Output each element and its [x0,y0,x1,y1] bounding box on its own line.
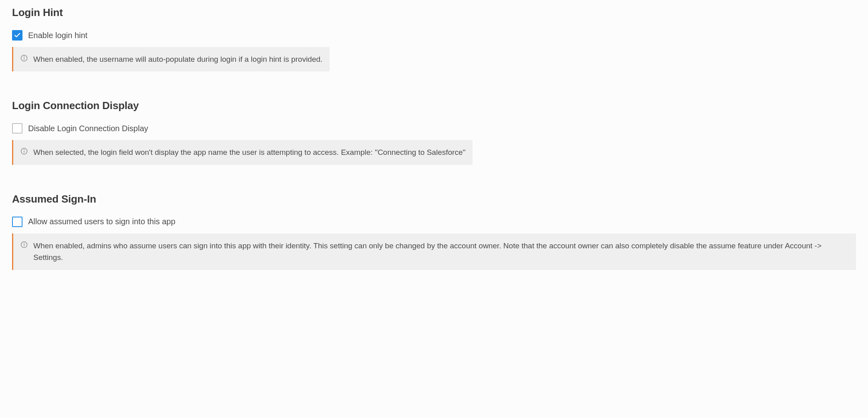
section-login-connection-display: Login Connection Display Disable Login C… [12,99,856,164]
section-title-assumed-sign-in: Assumed Sign-In [12,193,856,205]
section-title-login-hint: Login Hint [12,6,856,19]
info-text-login-connection-display: When selected, the login field won't dis… [33,146,465,158]
checkbox-row-assumed-sign-in: Allow assumed users to sign into this ap… [12,217,856,227]
section-login-hint: Login Hint Enable login hint When enable… [12,6,856,71]
section-title-login-connection-display: Login Connection Display [12,99,856,112]
checkbox-label-enable-login-hint[interactable]: Enable login hint [28,31,88,40]
info-callout-login-hint: When enabled, the username will auto-pop… [12,47,330,71]
svg-point-8 [24,243,24,243]
info-callout-assumed-sign-in: When enabled, admins who assume users ca… [12,233,856,270]
info-icon [20,241,28,248]
checkmark-icon [14,32,21,39]
svg-point-5 [24,150,24,150]
section-assumed-sign-in: Assumed Sign-In Allow assumed users to s… [12,193,856,270]
info-icon [20,148,28,155]
checkbox-row-login-connection-display: Disable Login Connection Display [12,123,856,134]
checkbox-row-login-hint: Enable login hint [12,30,856,41]
info-icon [20,55,28,62]
checkbox-allow-assumed-sign-in[interactable] [12,217,22,227]
checkbox-enable-login-hint[interactable] [12,30,22,41]
svg-point-2 [24,57,24,57]
checkbox-disable-login-connection-display[interactable] [12,123,22,134]
checkbox-label-allow-assumed-sign-in[interactable]: Allow assumed users to sign into this ap… [28,217,175,226]
checkbox-label-disable-login-connection-display[interactable]: Disable Login Connection Display [28,124,148,133]
info-text-assumed-sign-in: When enabled, admins who assume users ca… [33,240,849,264]
info-text-login-hint: When enabled, the username will auto-pop… [33,53,322,65]
info-callout-login-connection-display: When selected, the login field won't dis… [12,140,473,164]
